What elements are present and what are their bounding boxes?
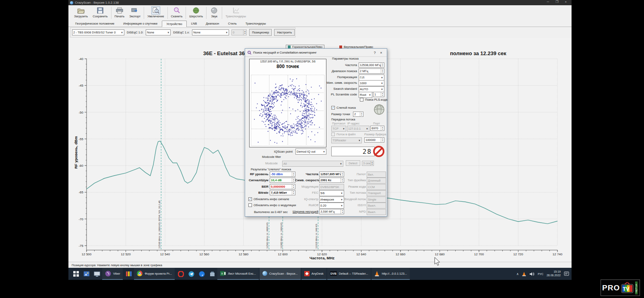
ber-stepper[interactable]: 0,0000000▴▾ [270, 184, 295, 189]
start-button[interactable] [71, 268, 81, 280]
taskbar-vlc[interactable]: http://...0.0.1:123... [372, 268, 410, 280]
blind-search-checkbox[interactable]: ✓Слепой поиск [331, 106, 356, 110]
snr-stepper[interactable]: 10,4 dB▴▾ [270, 178, 295, 183]
language-indicator[interactable]: РУС [538, 273, 543, 275]
tray-vlc-icon[interactable] [522, 272, 526, 276]
store-app-icon[interactable] [207, 268, 217, 280]
chart-icon [231, 6, 240, 14]
crazyscan-icon [262, 271, 267, 276]
spinner-arrows-icon: ▴▾ [341, 172, 344, 176]
paint-app-icon[interactable] [124, 268, 134, 280]
print-button[interactable]: Печать [112, 6, 127, 19]
sphere-icon [210, 6, 219, 14]
result-frequency-stepper[interactable]: 12537,695 МГц▴▾ [319, 172, 344, 177]
tab-lnb[interactable]: LNB [187, 20, 202, 27]
taskbar-anydesk[interactable]: AnyDesk [301, 268, 326, 280]
pl-scramble-mode-select[interactable]: Root▼ [359, 92, 372, 98]
taskbar-tsreader[interactable]: DVB Default -- TSReader... [327, 268, 371, 280]
constellation-header: 12537,695 МГц, Г/Л, 2991 Кс, DVBS2/BPSK,… [250, 60, 326, 63]
dot-size-stepper[interactable]: 2▴▾ [353, 112, 363, 117]
search-standard-select[interactable]: AUTO▼ [359, 86, 384, 92]
tab-range[interactable]: Диапазон [201, 20, 223, 27]
chevron-down-icon: ▼ [339, 163, 342, 165]
iq-spectrum-select[interactable]: Инверсия▼ [319, 197, 344, 203]
export-button[interactable]: Экспорт [127, 6, 143, 19]
tab-geo[interactable]: Географическое положение [71, 20, 119, 27]
position-stepper: 0▴▾ [231, 29, 247, 35]
carrier-width-stepper[interactable]: 3,590 МГц▴▾ [319, 209, 344, 214]
load-button[interactable]: Загрузить [72, 6, 90, 19]
volume-icon[interactable] [529, 272, 535, 276]
rf-level-stepper[interactable]: -50 dBm▴▾ [270, 172, 295, 177]
clock[interactable]: 15:1928.06.2022 [547, 270, 561, 277]
maximize-button[interactable]: ❐ [555, 0, 558, 4]
zoom-button[interactable]: Увеличение [145, 6, 166, 19]
chevron-down-icon: ▼ [322, 151, 325, 153]
spinner-arrows-icon: ▴▾ [381, 63, 384, 67]
pls-search-checkbox[interactable]: Поиск PLS-кода [360, 98, 387, 101]
help-button[interactable]: ? [372, 51, 378, 55]
carrier-width-label[interactable]: Ширина несущей [291, 210, 318, 213]
search-range-stepper[interactable]: 2 МГц▴▾ [359, 68, 384, 74]
input-stream-value: Single [367, 197, 386, 203]
save-button[interactable]: Сохранить [90, 6, 110, 19]
notification-icon[interactable] [564, 271, 569, 276]
chat-app-icon[interactable] [196, 268, 207, 280]
tab-style[interactable]: Стиль [224, 20, 241, 27]
system-tray: ∧ РУС 15:1928.06.2022 [516, 270, 572, 277]
tab-device[interactable]: Устройство [162, 21, 186, 27]
taskbar-crazyscan[interactable]: CrazyScan - Верси... [260, 268, 301, 280]
rolloff-select[interactable]: 0.20▼ [319, 203, 344, 209]
close-button[interactable]: × [565, 0, 567, 4]
tab-satellite-info[interactable]: Информация о спутнике [119, 20, 162, 27]
diseqc10-select[interactable]: None▼ [146, 29, 171, 35]
excel-icon: X [220, 271, 226, 276]
bitrate-stepper[interactable]: 7,415 Мбит▴▾ [270, 190, 295, 195]
update-signal-checkbox[interactable]: ✓Обновлять инфо сигнале [248, 197, 289, 201]
code-mode-label: Режим кода [345, 185, 366, 188]
chrome-icon [137, 271, 142, 276]
spinner-arrows-icon: ▴▾ [370, 161, 374, 166]
spinner-arrows-icon: ▴▾ [292, 172, 295, 176]
buffer-size-stepper[interactable]: 100000▴▾ [364, 137, 384, 143]
opera-icon[interactable] [175, 268, 186, 280]
polarization-select[interactable]: Г/Л▼ [359, 74, 384, 81]
tray-chevron-icon[interactable]: ∧ [516, 272, 519, 276]
taskbar-viber[interactable]: Viber [102, 268, 123, 280]
photos-app-icon[interactable] [81, 268, 92, 280]
fec-select[interactable]: 5/6▼ [319, 190, 344, 196]
toolbar: Загрузить Сохранить Печать Экспорт Увели… [68, 5, 572, 20]
configure-button[interactable]: Настроить [274, 29, 295, 36]
tab-transponders[interactable]: Транспондеры [241, 20, 270, 27]
diseqc1x-select[interactable]: None▼ [192, 29, 229, 35]
tuner-select[interactable]: 2 - TBS 6908 DVBS/S2 Tuner 0▼ [72, 29, 124, 35]
taskbar-chrome-forum[interactable]: Форум проекта Pr... [134, 268, 175, 280]
chevron-down-icon: ▼ [340, 192, 343, 195]
dialog-titlebar[interactable]: Поиск несущей и Constellation-мониторинг… [245, 49, 387, 57]
positioner-button[interactable]: Позиционер [249, 29, 272, 36]
result-frequency-label: Частота [295, 172, 318, 176]
explorer-app-icon[interactable] [92, 268, 102, 280]
dialog-close-button[interactable]: × [378, 51, 384, 55]
taskbar-excel[interactable]: X Лист Microsoft Exc... [217, 268, 259, 280]
blindscan-button[interactable]: Шерстить [187, 6, 205, 19]
tv-icon: TV [621, 282, 634, 294]
minimize-button[interactable]: ─ [547, 0, 549, 4]
min-symbol-rate-select[interactable]: 1000▼ [359, 80, 384, 86]
pl-scramble-value-stepper[interactable]: 1▴▾ [373, 92, 384, 97]
ip-select: 127.0.0.1▼ [347, 126, 369, 132]
telegram-icon[interactable] [186, 268, 196, 280]
port-stepper[interactable]: 6970▴▾ [370, 126, 384, 131]
sound-button[interactable]: Звук [207, 6, 221, 19]
stream-type-value: Transport [367, 190, 386, 196]
separator [111, 7, 111, 19]
frequency-stepper[interactable]: 12538,000 МГц▴▾ [359, 62, 384, 68]
stop-icon[interactable] [373, 145, 385, 157]
window-titlebar[interactable]: CrazyScan - Версия 1.0.2.138 ─ ❐ × [68, 0, 572, 5]
update-modulation-checkbox[interactable]: Обновлять инфо о модуляции [248, 203, 296, 207]
taskbar: Viber Форум проекта Pr... X Лист Microso… [68, 268, 572, 280]
scan-button[interactable]: Сканить [169, 6, 185, 19]
magnifier-icon [172, 6, 181, 14]
iqscan-select[interactable]: Demod IQ out▼ [295, 149, 326, 155]
symbol-rate-stepper[interactable]: 2991 Кс▴▾ [319, 178, 344, 183]
